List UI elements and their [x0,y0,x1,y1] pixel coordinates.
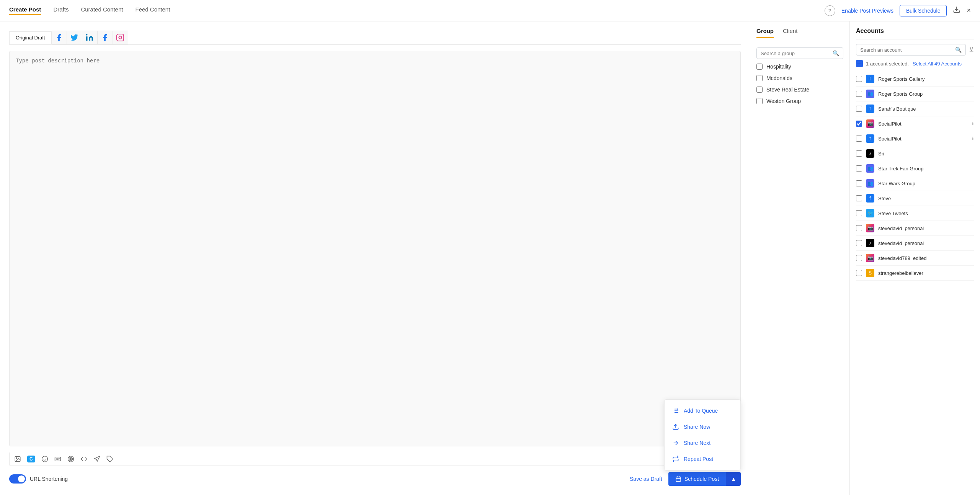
account-checkbox-socialpilot-ig[interactable] [856,121,862,127]
account-item-steve-tweets[interactable]: 🐦 Steve Tweets [856,206,974,221]
enable-preview-link[interactable]: Enable Post Previews [841,8,893,14]
linkedin-tab[interactable] [82,31,98,44]
tab-group[interactable]: Group [756,28,774,38]
group-icon-2: 👥 [866,164,874,173]
account-checkbox-steve-tweets[interactable] [856,210,862,216]
group-label-mcdonalds: Mcdonalds [766,75,792,81]
tag-icon[interactable] [106,456,113,462]
account-search-box[interactable]: 🔍 [856,44,966,56]
account-checkbox-star-wars-group[interactable] [856,180,862,186]
content-icon[interactable]: C [27,456,35,462]
facebook-page-tab[interactable] [98,31,113,44]
megaphone-icon[interactable] [93,456,100,462]
filter-icon[interactable]: ⊻ [969,46,974,54]
schedule-chevron-button[interactable]: ▲ [726,472,741,486]
post-textarea[interactable] [9,51,741,446]
tab-client[interactable]: Client [783,28,797,38]
account-checkbox-stevedavid789-edited[interactable] [856,255,862,261]
account-checkbox-star-trek-fan-group[interactable] [856,165,862,172]
tiktok-icon: ♪ [866,149,874,158]
account-item-stevedavid-personal-ig[interactable]: 📷 stevedavid_personal [856,221,974,236]
share-now-item[interactable]: Share Now [665,419,740,435]
account-item-roger-sports-group[interactable]: 👥 Roger Sports Group [856,87,974,101]
account-item-star-trek-fan-group[interactable]: 👥 Star Trek Fan Group [856,161,974,176]
account-item-steve[interactable]: f Steve [856,191,974,206]
save-draft-button[interactable]: Save as Draft [630,476,662,482]
account-checkbox-stevedavid-personal-ig[interactable] [856,225,862,231]
add-to-queue-label: Add To Queue [684,408,718,414]
account-checkbox-sri[interactable] [856,150,862,157]
svg-point-4 [16,457,17,458]
group-item-hospitality[interactable]: Hospitality [756,64,843,70]
facebook-tab[interactable] [52,31,67,44]
account-item-strangerebelbeliever[interactable]: S strangerebelbeliever [856,266,974,281]
facebook-icon-2: f [866,105,874,113]
emoji-icon[interactable] [41,456,48,462]
twitter-tab[interactable] [67,31,82,44]
tab-curated-content[interactable]: Curated Content [81,6,123,15]
group-checkbox-weston-group[interactable] [756,98,763,104]
account-item-socialpilot-ig[interactable]: 📷 SocialPilot ℹ [856,116,974,131]
instagram-tab[interactable] [113,31,128,44]
account-item-star-wars-group[interactable]: 👥 Star Wars Group [856,176,974,191]
svg-point-12 [70,459,71,460]
account-search-input[interactable] [860,47,952,53]
header-actions: ? Enable Post Previews Bulk Schedule × [825,5,971,16]
account-selected-info: — 1 account selected. Select All 49 Acco… [856,60,974,67]
account-checkbox-roger-sports-group[interactable] [856,91,862,97]
target-icon[interactable] [67,456,74,462]
account-item-stevedavid-personal-tk[interactable]: ♪ stevedavid_personal [856,236,974,251]
close-button[interactable]: × [967,7,971,15]
tab-create-post[interactable]: Create Post [9,6,41,15]
account-item-socialpilot-fb[interactable]: f SocialPilot ℹ [856,131,974,146]
account-item-sri[interactable]: ♪ Sri [856,146,974,161]
url-shortening-switch[interactable] [9,474,26,484]
account-name-stevedavid-personal-tk: stevedavid_personal [878,240,974,246]
account-item-roger-sports-gallery[interactable]: f Roger Sports Gallery [856,72,974,87]
share-next-item[interactable]: Share Next [665,435,740,451]
add-to-queue-item[interactable]: Add To Queue [665,403,740,419]
group-checkbox-mcdonalds[interactable] [756,75,763,81]
account-name-star-wars-group: Star Wars Group [878,181,974,186]
export-button[interactable] [953,6,960,15]
bulk-schedule-button[interactable]: Bulk Schedule [900,5,947,16]
info-icon-socialpilot-ig[interactable]: ℹ [972,121,974,126]
group-checkbox-steve-real-estate[interactable] [756,87,763,93]
tab-feed-content[interactable]: Feed Content [135,6,170,15]
account-item-sarahs-boutique[interactable]: f Sarah's Boutique [856,101,974,116]
tab-drafts[interactable]: Drafts [53,6,69,15]
original-draft-tab[interactable]: Original Draft [9,31,52,44]
facebook-icon-3: f [866,134,874,143]
account-item-stevedavid789-edited[interactable]: 📷 stevedavid789_edited [856,251,974,266]
account-name-stevedavid789-edited: stevedavid789_edited [878,255,974,261]
help-button[interactable]: ? [825,5,835,16]
account-checkbox-sarahs-boutique[interactable] [856,106,862,112]
account-checkbox-roger-sports-gallery[interactable] [856,76,862,82]
account-checkbox-steve[interactable] [856,195,862,201]
account-checkbox-stevedavid-personal-tk[interactable] [856,240,862,246]
group-search-input[interactable] [761,51,830,56]
accounts-title: Accounts [856,28,974,39]
group-item-mcdonalds[interactable]: Mcdonalds [756,75,843,81]
code-icon[interactable] [80,456,87,462]
select-all-link[interactable]: Select All 49 Accounts [913,61,962,67]
repeat-post-item[interactable]: Repeat Post [665,451,740,467]
account-checkbox-socialpilot-fb[interactable] [856,136,862,142]
account-checkbox-strangerebelbeliever[interactable] [856,270,862,276]
group-item-weston-group[interactable]: Weston Group [756,98,843,104]
image-icon[interactable] [14,456,21,462]
group-icon-3: 👥 [866,179,874,188]
schedule-post-button[interactable]: Schedule Post [668,472,726,486]
facebook-icon: f [866,75,874,83]
gif-icon[interactable] [54,456,61,462]
account-search-icon: 🔍 [955,47,962,53]
group-checkbox-hospitality[interactable] [756,64,763,70]
account-search-row: 🔍 ⊻ [856,44,974,56]
account-name-steve: Steve [878,196,974,201]
instagram-icon-3: 📷 [866,254,874,262]
group-item-steve-real-estate[interactable]: Steve Real Estate [756,87,843,93]
info-icon-socialpilot-fb[interactable]: ℹ [972,136,974,141]
sp-icon: S [866,269,874,277]
account-name-socialpilot-fb: SocialPilot [878,136,968,142]
group-search-box[interactable]: 🔍 [756,47,843,59]
